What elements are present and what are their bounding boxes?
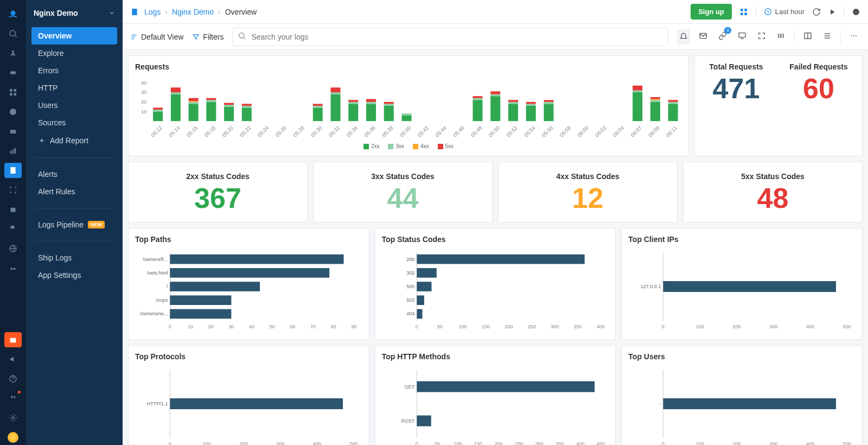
sidebar-item-users[interactable]: Users <box>31 97 117 114</box>
filters-button[interactable]: Filters <box>192 33 224 41</box>
svg-text:200: 200 <box>733 324 741 329</box>
sidebar-item-ship-logs[interactable]: Ship Logs <box>31 249 117 266</box>
svg-line-2 <box>15 36 17 37</box>
top-ips-panel: Top Client IPs 0100200300400500127.0.0.1 <box>621 228 863 340</box>
monitor-icon[interactable] <box>736 29 749 44</box>
svg-rect-66 <box>189 101 199 102</box>
panel-title: Requests <box>135 62 682 71</box>
search-icon[interactable] <box>4 26 22 41</box>
svg-text:05:58: 05:58 <box>558 125 572 138</box>
sidebar-item-errors[interactable]: Errors <box>31 62 117 79</box>
failed-requests-label: Failed Requests <box>789 62 847 71</box>
sidebar-item-explore[interactable]: Explore <box>31 44 117 62</box>
logo-icon[interactable] <box>4 7 22 22</box>
sidebar-item-alerts[interactable]: Alerts <box>31 166 117 183</box>
svg-text:POST: POST <box>401 418 414 424</box>
signup-button[interactable]: Sign up <box>691 4 732 20</box>
help-icon[interactable] <box>4 371 22 386</box>
requests-chart: 1020304005:1205:1405:1605:1805:2005:2205… <box>135 77 682 139</box>
svg-text:/oups: /oups <box>156 297 168 303</box>
svg-rect-184 <box>417 295 424 305</box>
svg-rect-119 <box>508 102 518 104</box>
svg-text:350: 350 <box>556 441 564 445</box>
svg-rect-4 <box>10 89 12 92</box>
link-icon[interactable]: 0 <box>716 29 729 44</box>
svg-point-30 <box>853 9 859 15</box>
svg-rect-128 <box>544 100 553 102</box>
svg-text:05:32: 05:32 <box>328 125 341 138</box>
sidebar-item-overview[interactable]: Overview <box>31 27 117 44</box>
avatar-icon[interactable] <box>4 430 22 445</box>
controller-icon[interactable] <box>4 65 22 80</box>
list-icon[interactable] <box>821 29 834 44</box>
svg-text:302: 302 <box>406 270 414 276</box>
play-icon[interactable] <box>828 8 836 16</box>
scan-icon[interactable] <box>4 182 22 198</box>
toolbar: Default View Filters 0 <box>123 24 868 50</box>
svg-text:0: 0 <box>662 324 665 329</box>
megaphone-icon[interactable] <box>4 352 22 367</box>
split-panel-icon[interactable] <box>801 29 814 44</box>
svg-rect-162 <box>170 282 260 291</box>
incognito-icon[interactable] <box>4 260 22 276</box>
svg-rect-58 <box>153 107 163 110</box>
top-protocols-chart: 0100200300400500HTTP/1.1 <box>135 366 362 445</box>
svg-rect-116 <box>490 91 500 94</box>
sidebar-header[interactable]: Nginx Demo <box>26 5 123 25</box>
svg-rect-9 <box>10 130 16 134</box>
logs-icon[interactable] <box>4 163 22 178</box>
gift-icon[interactable] <box>4 332 22 347</box>
svg-point-34 <box>239 33 244 37</box>
help-circle-icon[interactable] <box>852 8 860 16</box>
app-title: Nginx Demo <box>34 9 78 17</box>
svg-text:05:30: 05:30 <box>310 125 323 138</box>
robot-icon[interactable] <box>4 202 22 217</box>
svg-text:300: 300 <box>535 441 543 445</box>
timerange-picker[interactable]: Last hour <box>764 8 805 16</box>
default-view-button[interactable]: Default View <box>130 33 183 41</box>
svg-rect-65 <box>189 102 199 104</box>
breadcrumb-logs[interactable]: Logs <box>144 8 161 16</box>
flag-icon[interactable] <box>4 221 22 237</box>
svg-text:/owners/ne...: /owners/ne... <box>140 311 168 316</box>
failed-requests-value: 60 <box>789 74 847 103</box>
apps-icon[interactable] <box>739 8 748 16</box>
svg-text:GET: GET <box>404 384 414 390</box>
svg-rect-136 <box>633 86 642 91</box>
svg-text:502: 502 <box>406 297 414 303</box>
svg-text:05:28: 05:28 <box>292 125 305 138</box>
sidebar-item-http[interactable]: HTTP <box>31 79 117 97</box>
sidebar-item-alert-rules[interactable]: Alert Rules <box>31 183 117 200</box>
svg-point-17 <box>14 268 16 270</box>
refresh-icon[interactable] <box>812 8 821 16</box>
svg-text:06:00: 06:00 <box>576 125 590 138</box>
svg-rect-40 <box>780 34 780 38</box>
fullscreen-icon[interactable] <box>755 29 768 44</box>
svg-point-16 <box>10 268 12 270</box>
breadcrumb-app[interactable]: Nginx Demo <box>172 8 214 16</box>
chart-icon[interactable] <box>4 143 22 158</box>
sidebar-item-logs-pipeline[interactable]: Logs PipelineNEW <box>31 216 117 233</box>
sidebar-item-sources[interactable]: Sources <box>31 114 117 131</box>
bell-icon[interactable] <box>677 29 690 44</box>
people-icon[interactable] <box>4 391 22 406</box>
grid-icon[interactable] <box>4 85 22 100</box>
globe-icon[interactable] <box>4 241 22 256</box>
info-icon[interactable] <box>4 104 22 119</box>
search-input[interactable] <box>232 28 668 46</box>
barcode-icon[interactable] <box>775 29 788 44</box>
top-protocols-panel: Top Protocols 0100200300400500HTTP/1.1 <box>128 345 369 445</box>
svg-text:05:22: 05:22 <box>239 125 252 138</box>
svg-text:-: - <box>660 401 661 406</box>
sidebar-item-add-report[interactable]: ＋Add Report <box>31 131 117 150</box>
more-icon[interactable] <box>847 29 860 44</box>
svg-rect-144 <box>668 102 678 104</box>
svg-text:05:36: 05:36 <box>363 125 376 138</box>
storefront-icon[interactable] <box>4 124 22 139</box>
mail-icon[interactable] <box>697 29 710 44</box>
search-icon <box>238 31 246 42</box>
sidebar-item-app-settings[interactable]: App Settings <box>31 266 117 284</box>
svg-rect-160 <box>170 268 329 278</box>
rocket-icon[interactable] <box>4 46 22 61</box>
gear-icon[interactable] <box>4 410 22 425</box>
